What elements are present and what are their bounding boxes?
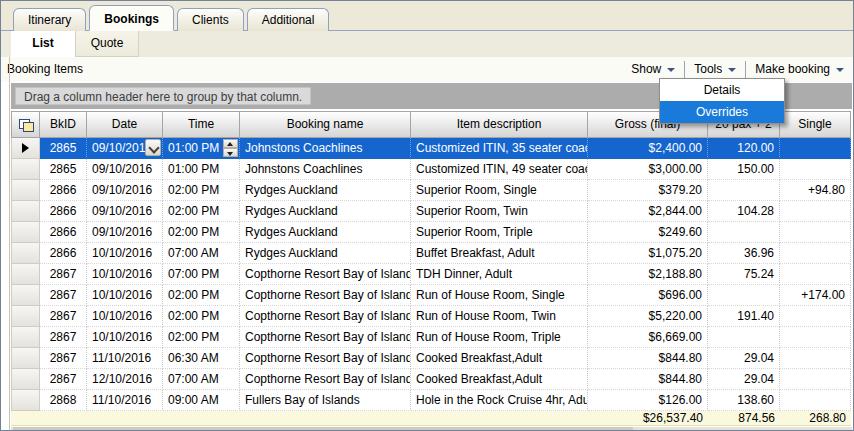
column-header-time[interactable]: Time: [163, 111, 240, 138]
column-header-item-description[interactable]: Item description: [411, 111, 588, 138]
date-dropdown-button[interactable]: [145, 139, 161, 156]
horizontal-scrollbar[interactable]: [11, 427, 852, 431]
row-indicator[interactable]: [11, 243, 40, 264]
cell-bkid[interactable]: 2866: [40, 201, 87, 222]
cell-time[interactable]: 02:00 PM: [163, 201, 240, 222]
table-row[interactable]: 286711/10/201606:30 AMCopthorne Resort B…: [11, 348, 852, 369]
cell-booking_name[interactable]: Copthorne Resort Bay of Islands: [240, 348, 411, 369]
cell-single[interactable]: [780, 243, 851, 264]
cell-single[interactable]: [780, 201, 851, 222]
cell-item_description[interactable]: Cooked Breakfast,Adult: [411, 369, 588, 390]
cell-item_description[interactable]: Cooked Breakfast,Adult: [411, 348, 588, 369]
cell-time[interactable]: 09:00 AM: [163, 390, 240, 411]
column-header-date[interactable]: Date: [87, 111, 163, 138]
cell-single[interactable]: [780, 264, 851, 285]
table-row[interactable]: 286609/10/201602:00 PMRydges AucklandSup…: [11, 201, 852, 222]
cell-time[interactable]: 01:00 PM: [163, 159, 240, 180]
cell-time[interactable]: 01:00 PM: [163, 138, 240, 159]
cell-booking_name[interactable]: Rydges Auckland: [240, 180, 411, 201]
tab-itinerary[interactable]: Itinerary: [13, 8, 86, 31]
cell-pax[interactable]: 120.00: [708, 138, 780, 159]
column-header-booking-name[interactable]: Booking name: [240, 111, 411, 138]
toolbar-button-show[interactable]: Show: [622, 60, 684, 78]
row-indicator[interactable]: [11, 348, 40, 369]
cell-bkid[interactable]: 2867: [40, 369, 87, 390]
cell-pax[interactable]: [708, 222, 780, 243]
table-row[interactable]: 286609/10/201602:00 PMRydges AucklandSup…: [11, 222, 852, 243]
table-row[interactable]: 286712/10/201607:00 AMCopthorne Resort B…: [11, 369, 852, 390]
cell-booking_name[interactable]: Johnstons Coachlines: [240, 159, 411, 180]
row-indicator[interactable]: [11, 180, 40, 201]
tab-additional[interactable]: Additional: [247, 8, 330, 31]
table-row[interactable]: 286509/10/201601:00 PMJohnstons Coachlin…: [11, 138, 852, 159]
cell-single[interactable]: [780, 390, 851, 411]
cell-date[interactable]: 11/10/2016: [87, 348, 163, 369]
cell-gross[interactable]: $6,669.00: [588, 327, 708, 348]
spinner-down-button[interactable]: [223, 148, 238, 157]
cell-single[interactable]: [780, 306, 851, 327]
column-header-single[interactable]: Single: [780, 111, 851, 138]
cell-single[interactable]: +94.80: [780, 180, 851, 201]
cell-item_description[interactable]: Run of House Room, Single: [411, 285, 588, 306]
cell-gross[interactable]: $126.00: [588, 390, 708, 411]
cell-single[interactable]: +174.00: [780, 285, 851, 306]
row-indicator[interactable]: [11, 201, 40, 222]
cell-bkid[interactable]: 2867: [40, 306, 87, 327]
cell-item_description[interactable]: Run of House Room, Triple: [411, 327, 588, 348]
cell-single[interactable]: [780, 348, 851, 369]
cell-pax[interactable]: 36.96: [708, 243, 780, 264]
cell-date[interactable]: 09/10/2016: [87, 201, 163, 222]
row-indicator[interactable]: [11, 138, 40, 159]
column-header-indicator[interactable]: [11, 111, 40, 138]
cell-item_description[interactable]: Hole in the Rock Cruise 4hr, Adult: [411, 390, 588, 411]
horizontal-scrollbar-thumb[interactable]: [13, 427, 633, 431]
cell-pax[interactable]: [708, 180, 780, 201]
cell-date[interactable]: 11/10/2016: [87, 390, 163, 411]
cell-pax[interactable]: [708, 285, 780, 306]
cell-gross[interactable]: $696.00: [588, 285, 708, 306]
cell-time[interactable]: 02:00 PM: [163, 327, 240, 348]
cell-pax[interactable]: 75.24: [708, 264, 780, 285]
cell-date[interactable]: 10/10/2016: [87, 285, 163, 306]
cell-booking_name[interactable]: Copthorne Resort Bay of Islands: [240, 369, 411, 390]
cell-booking_name[interactable]: Copthorne Resort Bay of Islands: [240, 306, 411, 327]
menu-item-overrides[interactable]: Overrides: [660, 101, 784, 123]
table-row[interactable]: 286811/10/201609:00 AMFullers Bay of Isl…: [11, 390, 852, 411]
cell-booking_name[interactable]: Fullers Bay of Islands: [240, 390, 411, 411]
cell-item_description[interactable]: Customized ITIN, 49 seater coach: [411, 159, 588, 180]
cell-time[interactable]: 06:30 AM: [163, 348, 240, 369]
cell-bkid[interactable]: 2866: [40, 222, 87, 243]
cell-single[interactable]: [780, 138, 851, 159]
row-indicator[interactable]: [11, 264, 40, 285]
cell-date[interactable]: 10/10/2016: [87, 264, 163, 285]
cell-bkid[interactable]: 2867: [40, 327, 87, 348]
cell-single[interactable]: [780, 159, 851, 180]
spinner-up-button[interactable]: [223, 139, 238, 148]
cell-gross[interactable]: $5,220.00: [588, 306, 708, 327]
cell-booking_name[interactable]: Copthorne Resort Bay of Islands: [240, 285, 411, 306]
column-header-bkid[interactable]: BkID: [40, 111, 87, 138]
cell-date[interactable]: 09/10/2016: [87, 222, 163, 243]
table-row[interactable]: 286710/10/201602:00 PMCopthorne Resort B…: [11, 306, 852, 327]
cell-pax[interactable]: 138.60: [708, 390, 780, 411]
tab-clients[interactable]: Clients: [177, 8, 244, 31]
cell-booking_name[interactable]: Copthorne Resort Bay of Islands: [240, 264, 411, 285]
cell-gross[interactable]: $379.20: [588, 180, 708, 201]
toolbar-button-tools[interactable]: Tools: [685, 60, 745, 78]
cell-time[interactable]: 07:00 AM: [163, 369, 240, 390]
cell-booking_name[interactable]: Rydges Auckland: [240, 243, 411, 264]
cell-time[interactable]: 02:00 PM: [163, 285, 240, 306]
cell-bkid[interactable]: 2866: [40, 180, 87, 201]
row-indicator[interactable]: [11, 327, 40, 348]
table-row[interactable]: 286710/10/201602:00 PMCopthorne Resort B…: [11, 285, 852, 306]
cell-pax[interactable]: 29.04: [708, 348, 780, 369]
cell-date[interactable]: 09/10/2016: [87, 138, 163, 159]
cell-date[interactable]: 12/10/2016: [87, 369, 163, 390]
cell-item_description[interactable]: Superior Room, Triple: [411, 222, 588, 243]
table-row[interactable]: 286710/10/201607:00 PMCopthorne Resort B…: [11, 264, 852, 285]
table-row[interactable]: 286610/10/201607:00 AMRydges AucklandBuf…: [11, 243, 852, 264]
cell-pax[interactable]: 104.28: [708, 201, 780, 222]
cell-booking_name[interactable]: Rydges Auckland: [240, 222, 411, 243]
row-indicator[interactable]: [11, 222, 40, 243]
cell-bkid[interactable]: 2867: [40, 285, 87, 306]
